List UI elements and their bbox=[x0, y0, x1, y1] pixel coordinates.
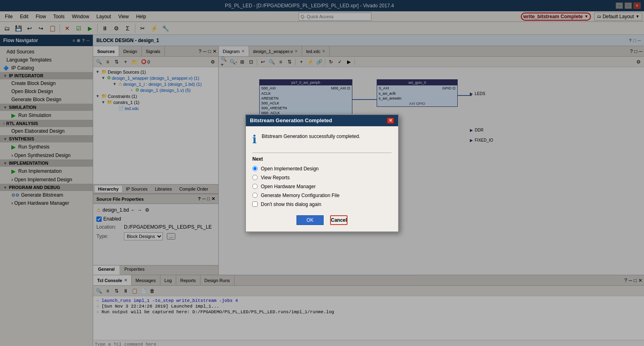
modal-option-2[interactable]: View Reports bbox=[252, 175, 392, 180]
modal-separator bbox=[252, 153, 392, 153]
modal-buttons: OK Cancel bbox=[252, 212, 392, 225]
modal-option-1[interactable]: Open Implemented Design bbox=[252, 166, 392, 172]
modal-radio-1[interactable] bbox=[252, 166, 258, 171]
modal-next-label: Next bbox=[252, 156, 392, 162]
modal-dont-show-item[interactable]: Don't show this dialog again bbox=[252, 202, 392, 207]
modal-overlay: Bitstream Generation Completed ✕ ℹ Bitst… bbox=[0, 0, 644, 346]
modal-option-3[interactable]: Open Hardware Manager bbox=[252, 184, 392, 189]
modal-info-section: ℹ Bitstream Generation successfully comp… bbox=[252, 133, 392, 146]
modal-dont-show-checkbox[interactable] bbox=[252, 202, 258, 207]
modal-dialog: Bitstream Generation Completed ✕ ℹ Bitst… bbox=[245, 114, 399, 232]
modal-title-text: Bitstream Generation Completed bbox=[250, 117, 332, 123]
modal-option-4[interactable]: Generate Memory Configuration File bbox=[252, 193, 392, 198]
modal-radio-4[interactable] bbox=[252, 193, 258, 198]
modal-ok-button[interactable]: OK bbox=[296, 215, 324, 225]
modal-cancel-button[interactable]: Cancel bbox=[330, 215, 348, 225]
modal-content: ℹ Bitstream Generation successfully comp… bbox=[246, 126, 398, 231]
modal-info-text: Bitstream Generation successfully comple… bbox=[262, 133, 360, 140]
modal-radio-3[interactable] bbox=[252, 184, 258, 189]
modal-title-bar: Bitstream Generation Completed ✕ bbox=[246, 115, 398, 126]
modal-radio-2[interactable] bbox=[252, 175, 258, 180]
modal-info-icon: ℹ bbox=[252, 133, 257, 146]
modal-close-button[interactable]: ✕ bbox=[387, 117, 394, 124]
